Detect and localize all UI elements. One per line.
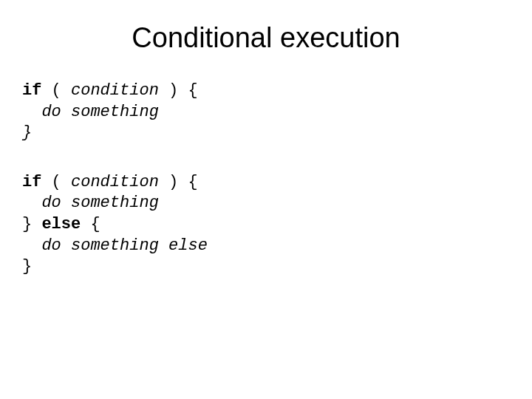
- code-line: if ( condition ) {: [22, 81, 510, 102]
- code-line: do something: [22, 102, 510, 123]
- code-line: do something: [22, 193, 510, 214]
- indent: [22, 194, 41, 212]
- brace-open: {: [81, 215, 100, 233]
- paren-close: ) {: [159, 173, 198, 191]
- placeholder-body: do something else: [41, 236, 207, 255]
- paren-open: (: [41, 81, 71, 100]
- paren-open: (: [41, 173, 71, 191]
- slide-title: Conditional execution: [22, 22, 510, 54]
- keyword-if: if: [22, 81, 41, 100]
- code-block-if-else: if ( condition ) { do something } else {…: [22, 172, 510, 278]
- slide: Conditional execution if ( condition ) {…: [0, 0, 532, 399]
- paren-close: ) {: [159, 81, 198, 100]
- code-line: }: [22, 256, 510, 278]
- keyword-else: else: [41, 215, 81, 233]
- keyword-if: if: [22, 173, 41, 191]
- placeholder-condition: condition: [71, 81, 159, 100]
- code-line: do something else: [22, 236, 510, 257]
- code-block-if: if ( condition ) { do something }: [22, 81, 510, 144]
- indent: [22, 103, 41, 121]
- placeholder-condition: condition: [71, 173, 159, 191]
- code-line: }: [22, 123, 510, 144]
- code-line: } else {: [22, 214, 510, 236]
- code-line: if ( condition ) {: [22, 172, 510, 194]
- indent: [22, 236, 41, 255]
- placeholder-body: do something: [41, 194, 158, 212]
- brace-close: }: [22, 215, 41, 233]
- placeholder-body: do something: [41, 103, 158, 121]
